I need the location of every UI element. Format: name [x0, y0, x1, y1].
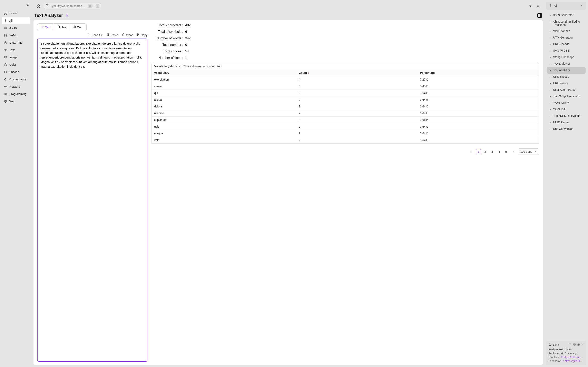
page-size-select[interactable]: 10 / page [518, 149, 539, 155]
vocab-table: Vocabulary Count ▲▼ Percentage exercitat… [151, 69, 539, 143]
tool-item-svg-to-css[interactable]: SVG To CSS [547, 48, 586, 54]
sidebar-item-network[interactable]: Network [2, 83, 30, 90]
tool-item-utm-generator[interactable]: UTM Generator [547, 34, 586, 41]
topbar: ⌘ + K [34, 2, 543, 10]
home-button[interactable] [35, 3, 41, 9]
tool-item-yaml-minify[interactable]: YAML Minify [547, 100, 586, 106]
share-icon[interactable] [527, 3, 532, 8]
sidebar-item-all[interactable]: All [2, 17, 30, 24]
svg-point-14 [537, 5, 539, 6]
tools-filter-all[interactable]: All [546, 2, 586, 9]
sidebar-item-programming[interactable]: Programming [2, 91, 30, 98]
tool-item-label: UTM Generator [553, 36, 573, 39]
chevron-down-icon[interactable] [581, 343, 584, 346]
sidebar-item-text[interactable]: Text [2, 47, 30, 53]
tool-info: 1.0.3 Analyze text content Published at:… [546, 341, 586, 365]
pin-icon [549, 121, 552, 124]
col-count[interactable]: Count ▲▼ [296, 69, 417, 76]
nav-icon [4, 92, 7, 96]
tool-item-url-decode[interactable]: URL Decode [547, 41, 586, 48]
page-1[interactable]: 1 [476, 149, 481, 154]
page-2[interactable]: 2 [483, 149, 488, 154]
tool-item-yaml-diff[interactable]: YAML Diff [547, 106, 586, 113]
sidebar-item-date-time[interactable]: Date/Time [2, 39, 30, 46]
sidebar-item-label: Programming [9, 92, 26, 96]
copy-button[interactable]: Copy [136, 33, 147, 37]
page-5[interactable]: 5 [503, 149, 509, 154]
sidebar-item-cryptography[interactable]: Cryptography [2, 76, 30, 83]
col-percentage[interactable]: Percentage [417, 69, 539, 76]
tool-item-uuid-parser[interactable]: UUID Parser [547, 119, 586, 126]
cell-vocab: ullamco [152, 110, 296, 117]
tool-item-unit-conversion[interactable]: Unit Conversion [547, 126, 586, 132]
tool-item-yaml-viewer[interactable]: YAML Viewer [547, 60, 586, 67]
globe-icon [573, 343, 576, 346]
text-input[interactable]: Sit exercitation qui aliqua labore. Exer… [37, 39, 147, 362]
read-file-button[interactable]: Read file [87, 33, 103, 37]
tool-item-url-parser[interactable]: URL Parser [547, 80, 586, 87]
tool-item-javascript-unescape[interactable]: JavaScript Unescape [547, 93, 586, 100]
svg-rect-17 [107, 34, 109, 36]
sidebar-item-json[interactable]: JSON [2, 25, 30, 31]
tool-item-label: URL Parser [553, 82, 568, 85]
favorite-star-icon[interactable] [65, 13, 69, 18]
cell-pct: 3.64% [417, 123, 539, 130]
tool-item-chinese-simplified-to-traditional[interactable]: Chinese Simplified to Traditional [547, 18, 586, 28]
page-3[interactable]: 3 [490, 149, 495, 154]
search-box[interactable]: ⌘ + K [44, 3, 101, 9]
sidebar-item-home[interactable]: Home [2, 10, 30, 17]
tool-link[interactable]: https://t.he3app.co… [563, 356, 584, 359]
cell-pct: 3.64% [417, 103, 539, 110]
page-4[interactable]: 4 [497, 149, 502, 154]
sidebar-item-image[interactable]: Image [2, 54, 30, 61]
sidebar-item-color[interactable]: Color [2, 61, 30, 68]
tab-web[interactable]: Web [69, 24, 86, 31]
stat-total-characters: Total characters 402 [151, 24, 539, 27]
copy-icon[interactable] [561, 356, 563, 359]
svg-rect-24 [561, 356, 562, 357]
col-vocabulary[interactable]: Vocabulary [152, 69, 296, 76]
tool-item-url-encode[interactable]: URL Encode [547, 74, 586, 80]
tool-item-tripledes-decryption[interactable]: TripleDES Decryption [547, 113, 586, 119]
table-row: qui23.64% [152, 90, 539, 96]
nav-icon [4, 85, 7, 89]
sidebar-left: HomeAllJSONYAMLDate/TimeTextImageColorEn… [0, 0, 32, 367]
pin-icon [549, 128, 552, 131]
cell-count: 2 [296, 103, 417, 110]
user-icon[interactable] [536, 3, 541, 8]
tool-item-vpc-planner[interactable]: VPC Planner [547, 28, 586, 34]
feedback-link[interactable]: https://github.com/… [565, 359, 584, 363]
sidebar-item-yaml[interactable]: YAML [2, 32, 30, 39]
tab-file[interactable]: File [54, 24, 70, 31]
pin-icon [549, 30, 552, 33]
tool-item-user-agent-parser[interactable]: User Agent Parser [547, 87, 586, 93]
search-input[interactable] [51, 4, 86, 8]
tool-item-x-generator[interactable]: X509 Generator [547, 12, 586, 18]
clear-button[interactable]: Clear [122, 33, 133, 37]
info-icon [548, 343, 552, 347]
table-row: magna23.64% [152, 130, 539, 137]
paste-button[interactable]: Paste [106, 33, 118, 37]
panel-toggle-icon[interactable] [537, 13, 542, 18]
sidebar-collapse-icon[interactable] [26, 3, 29, 7]
check-circle-icon [577, 343, 580, 346]
cell-pct: 7.27% [417, 76, 539, 83]
tool-item-string-unescape[interactable]: String Unescape [547, 54, 586, 60]
svg-rect-18 [138, 34, 139, 36]
page-prev[interactable] [468, 149, 474, 154]
cell-vocab: qui [152, 90, 296, 96]
tool-list[interactable]: X509 GeneratorChinese Simplified to Trad… [546, 11, 586, 339]
sidebar-item-label: All [9, 19, 13, 22]
tab-text[interactable]: Text [37, 24, 54, 31]
sidebar-item-encode[interactable]: Encode [2, 68, 30, 75]
upload-icon [87, 33, 90, 37]
stat-total-number: Total number 0 [151, 43, 539, 47]
nav-icon [4, 19, 7, 22]
shortcut-hint: ⌘ + K [88, 4, 99, 8]
tool-item-text-analyzer[interactable]: Text Analyzer [547, 67, 586, 74]
svg-rect-23 [561, 356, 562, 358]
cell-count: 2 [296, 130, 417, 137]
sidebar-item-web[interactable]: Web [2, 98, 30, 105]
page-next[interactable] [511, 149, 516, 154]
sidebar-item-label: Cryptography [9, 78, 26, 81]
